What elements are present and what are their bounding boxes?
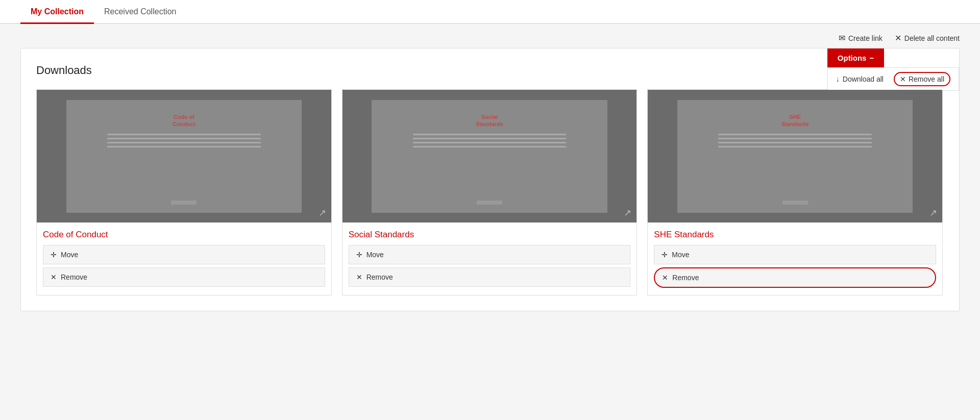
doc-card-code-of-conduct: Code ofConduct ↗ Code of Conduct <box>36 89 332 295</box>
remove-button-3[interactable]: ✕ Remove <box>654 267 936 288</box>
move-icon-2: ✛ <box>356 251 362 259</box>
doc-preview-title-1: Code ofConduct <box>173 113 195 128</box>
move-label-3: Move <box>672 251 689 259</box>
move-button-1[interactable]: ✛ Move <box>43 245 325 264</box>
remove-label-2: Remove <box>366 273 393 281</box>
download-arrow-3: ↗ <box>929 207 937 218</box>
downloads-card: Options − ↓ Download all ✕ Remove all Do… <box>20 48 960 311</box>
doc-preview-title-2: SocialStandards <box>476 113 503 128</box>
tabs-bar: My Collection Received Collection <box>0 0 980 24</box>
remove-button-1[interactable]: ✕ Remove <box>43 267 325 287</box>
doc-preview-2: SocialStandards <box>372 100 607 213</box>
delete-all-icon: ✕ <box>895 33 901 43</box>
doc-preview-1: Code ofConduct <box>66 100 302 213</box>
download-arrow-1: ↗ <box>318 207 326 218</box>
doc-actions-3: ✛ Move ✕ Remove <box>648 245 942 295</box>
download-all-label: Download all <box>843 75 884 83</box>
remove-icon-1: ✕ <box>51 273 57 281</box>
doc-name-1: Code of Conduct <box>37 223 331 245</box>
line <box>107 138 261 139</box>
main-content: Options − ↓ Download all ✕ Remove all Do… <box>0 48 980 327</box>
move-icon-3: ✛ <box>662 251 668 259</box>
line <box>718 134 872 135</box>
remove-label-3: Remove <box>672 274 699 282</box>
line <box>107 146 261 147</box>
doc-thumbnail-3: SHEStandards ↗ <box>648 90 942 223</box>
doc-card-she-standards: SHEStandards ↗ SHE Standards ✛ <box>647 89 943 295</box>
tab-received-collection[interactable]: Received Collection <box>94 0 186 24</box>
options-label: Options <box>838 54 867 62</box>
move-button-2[interactable]: ✛ Move <box>349 245 631 264</box>
line <box>413 142 567 143</box>
doc-preview-title-3: SHEStandards <box>781 113 809 128</box>
create-link-button[interactable]: ✉ Create link <box>839 33 883 43</box>
doc-actions-2: ✛ Move ✕ Remove <box>342 245 637 294</box>
remove-icon-2: ✕ <box>356 273 362 281</box>
line <box>107 134 261 135</box>
doc-preview-3: SHEStandards <box>677 100 913 213</box>
line <box>718 146 872 147</box>
delete-all-label: Delete all content <box>904 34 960 42</box>
doc-thumbnail-1: Code ofConduct ↗ <box>37 90 331 223</box>
remove-all-icon: ✕ <box>900 75 906 83</box>
options-dropdown: ↓ Download all ✕ Remove all <box>827 67 959 91</box>
remove-button-2[interactable]: ✕ Remove <box>349 267 631 287</box>
delete-all-button[interactable]: ✕ Delete all content <box>895 33 960 43</box>
doc-card-social-standards: SocialStandards ↗ Social Standards <box>342 89 638 295</box>
doc-thumbnail-2: SocialStandards ↗ <box>342 90 637 223</box>
tab-my-collection[interactable]: My Collection <box>20 0 94 24</box>
remove-all-button[interactable]: ✕ Remove all <box>894 72 950 86</box>
remove-icon-3: ✕ <box>662 274 668 282</box>
remove-all-label: Remove all <box>909 75 944 83</box>
document-grid: Code ofConduct ↗ Code of Conduct <box>36 89 944 295</box>
doc-preview-lines-3 <box>718 134 872 150</box>
move-button-3[interactable]: ✛ Move <box>654 245 936 264</box>
doc-logo-1 <box>171 201 197 205</box>
doc-name-2: Social Standards <box>342 223 637 245</box>
move-label-2: Move <box>366 251 384 259</box>
move-label-1: Move <box>61 251 78 259</box>
doc-logo-3 <box>782 201 808 205</box>
line <box>718 138 872 139</box>
download-all-button[interactable]: ↓ Download all <box>836 75 884 83</box>
move-icon-1: ✛ <box>51 251 57 259</box>
doc-logo-2 <box>477 201 502 205</box>
doc-name-3: SHE Standards <box>648 223 942 245</box>
downloads-title: Downloads <box>36 64 944 77</box>
email-icon: ✉ <box>839 33 845 43</box>
options-bar: Options − ↓ Download all ✕ Remove all <box>827 48 959 91</box>
doc-actions-1: ✛ Move ✕ Remove <box>37 245 331 294</box>
remove-label-1: Remove <box>61 273 87 281</box>
download-arrow-2: ↗ <box>624 207 631 218</box>
options-icon: − <box>869 54 874 62</box>
line <box>413 146 567 147</box>
doc-preview-lines-2 <box>413 134 567 150</box>
line <box>413 134 567 135</box>
download-all-icon: ↓ <box>836 75 840 83</box>
line <box>718 142 872 143</box>
line <box>413 138 567 139</box>
line <box>107 142 261 143</box>
toolbar: ✉ Create link ✕ Delete all content <box>0 24 980 48</box>
options-button[interactable]: Options − <box>827 48 884 67</box>
doc-preview-lines-1 <box>107 134 261 150</box>
remove-all-circled: ✕ Remove all <box>894 72 950 86</box>
create-link-label: Create link <box>848 34 883 42</box>
